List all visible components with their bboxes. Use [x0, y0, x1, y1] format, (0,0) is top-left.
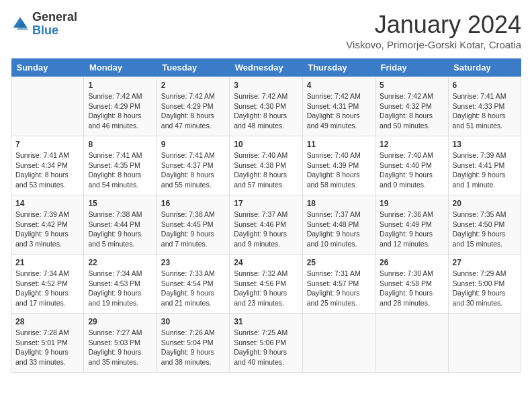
- day-info: Sunrise: 7:42 AMSunset: 4:32 PMDaylight:…: [380, 91, 443, 131]
- calendar-cell: 5Sunrise: 7:42 AMSunset: 4:32 PMDaylight…: [375, 77, 448, 136]
- day-number: 26: [380, 258, 443, 267]
- day-number: 25: [307, 258, 371, 267]
- day-number: 18: [307, 199, 371, 208]
- day-number: 12: [380, 140, 443, 149]
- day-number: 3: [234, 81, 298, 90]
- calendar-week-row: 1Sunrise: 7:42 AMSunset: 4:29 PMDaylight…: [11, 77, 521, 136]
- calendar-cell: 13Sunrise: 7:39 AMSunset: 4:41 PMDayligh…: [448, 136, 521, 195]
- day-info: Sunrise: 7:42 AMSunset: 4:29 PMDaylight:…: [88, 91, 152, 131]
- weekday-header-cell: Thursday: [302, 58, 375, 77]
- day-info: Sunrise: 7:25 AMSunset: 5:06 PMDaylight:…: [234, 328, 298, 367]
- day-info: Sunrise: 7:29 AMSunset: 5:00 PMDaylight:…: [453, 269, 517, 308]
- day-info: Sunrise: 7:32 AMSunset: 4:56 PMDaylight:…: [234, 269, 298, 308]
- day-number: 21: [15, 258, 79, 267]
- day-number: 17: [234, 199, 298, 208]
- calendar-cell: 4Sunrise: 7:42 AMSunset: 4:31 PMDaylight…: [302, 77, 375, 136]
- day-number: 4: [307, 81, 371, 90]
- calendar-cell: 2Sunrise: 7:42 AMSunset: 4:29 PMDaylight…: [157, 77, 229, 136]
- day-info: Sunrise: 7:30 AMSunset: 4:58 PMDaylight:…: [380, 269, 443, 308]
- day-info: Sunrise: 7:40 AMSunset: 4:39 PMDaylight:…: [307, 150, 371, 190]
- month-title: January 2024: [346, 11, 521, 39]
- day-info: Sunrise: 7:39 AMSunset: 4:42 PMDaylight:…: [15, 210, 79, 249]
- calendar-week-row: 7Sunrise: 7:41 AMSunset: 4:34 PMDaylight…: [11, 136, 521, 195]
- calendar-cell: 31Sunrise: 7:25 AMSunset: 5:06 PMDayligh…: [230, 314, 302, 373]
- day-number: 6: [453, 81, 517, 90]
- day-info: Sunrise: 7:37 AMSunset: 4:48 PMDaylight:…: [307, 210, 371, 249]
- day-info: Sunrise: 7:31 AMSunset: 4:57 PMDaylight:…: [307, 269, 371, 308]
- calendar-cell: 22Sunrise: 7:34 AMSunset: 4:53 PMDayligh…: [84, 255, 157, 314]
- day-info: Sunrise: 7:36 AMSunset: 4:49 PMDaylight:…: [380, 210, 443, 249]
- logo: General Blue: [11, 11, 77, 38]
- weekday-header-cell: Tuesday: [157, 58, 229, 77]
- calendar-week-row: 14Sunrise: 7:39 AMSunset: 4:42 PMDayligh…: [11, 195, 521, 255]
- calendar-cell: [11, 77, 84, 136]
- day-info: Sunrise: 7:40 AMSunset: 4:38 PMDaylight:…: [234, 150, 298, 190]
- day-number: 5: [380, 81, 443, 90]
- day-info: Sunrise: 7:41 AMSunset: 4:35 PMDaylight:…: [88, 150, 152, 190]
- day-info: Sunrise: 7:41 AMSunset: 4:34 PMDaylight:…: [15, 150, 79, 190]
- calendar-cell: 19Sunrise: 7:36 AMSunset: 4:49 PMDayligh…: [375, 195, 448, 255]
- day-number: 28: [15, 317, 79, 326]
- calendar-cell: 25Sunrise: 7:31 AMSunset: 4:57 PMDayligh…: [302, 255, 375, 314]
- day-number: 30: [161, 317, 225, 326]
- day-info: Sunrise: 7:38 AMSunset: 4:44 PMDaylight:…: [88, 210, 152, 249]
- calendar-cell: 20Sunrise: 7:35 AMSunset: 4:50 PMDayligh…: [448, 195, 521, 255]
- calendar-cell: 7Sunrise: 7:41 AMSunset: 4:34 PMDaylight…: [11, 136, 84, 195]
- weekday-header-cell: Saturday: [448, 58, 521, 77]
- day-info: Sunrise: 7:33 AMSunset: 4:54 PMDaylight:…: [161, 269, 225, 308]
- weekday-header-cell: Monday: [84, 58, 157, 77]
- calendar-cell: 1Sunrise: 7:42 AMSunset: 4:29 PMDaylight…: [84, 77, 157, 136]
- day-number: 22: [88, 258, 152, 267]
- day-info: Sunrise: 7:42 AMSunset: 4:30 PMDaylight:…: [234, 91, 298, 131]
- day-number: 23: [161, 258, 225, 267]
- day-number: 11: [307, 140, 371, 149]
- location: Viskovo, Primorje-Gorski Kotar, Croatia: [346, 39, 521, 50]
- calendar-cell: 16Sunrise: 7:38 AMSunset: 4:45 PMDayligh…: [157, 195, 229, 255]
- calendar-cell: 12Sunrise: 7:40 AMSunset: 4:40 PMDayligh…: [375, 136, 448, 195]
- day-info: Sunrise: 7:27 AMSunset: 5:03 PMDaylight:…: [88, 328, 152, 367]
- calendar-table: SundayMondayTuesdayWednesdayThursdayFrid…: [11, 58, 521, 373]
- weekday-header-cell: Friday: [375, 58, 448, 77]
- day-number: 13: [453, 140, 517, 149]
- day-number: 24: [234, 258, 298, 267]
- day-number: 20: [453, 199, 517, 208]
- day-info: Sunrise: 7:41 AMSunset: 4:37 PMDaylight:…: [161, 150, 225, 190]
- calendar-cell: 18Sunrise: 7:37 AMSunset: 4:48 PMDayligh…: [302, 195, 375, 255]
- day-info: Sunrise: 7:35 AMSunset: 4:50 PMDaylight:…: [453, 210, 517, 249]
- calendar-cell: 9Sunrise: 7:41 AMSunset: 4:37 PMDaylight…: [157, 136, 229, 195]
- day-number: 10: [234, 140, 298, 149]
- day-number: 31: [234, 317, 298, 326]
- day-number: 19: [380, 199, 443, 208]
- calendar-cell: 10Sunrise: 7:40 AMSunset: 4:38 PMDayligh…: [230, 136, 302, 195]
- weekday-header-row: SundayMondayTuesdayWednesdayThursdayFrid…: [11, 58, 521, 77]
- day-number: 1: [88, 81, 152, 90]
- day-number: 7: [15, 140, 79, 149]
- calendar-cell: 28Sunrise: 7:28 AMSunset: 5:01 PMDayligh…: [11, 314, 84, 373]
- day-info: Sunrise: 7:41 AMSunset: 4:33 PMDaylight:…: [453, 91, 517, 131]
- day-info: Sunrise: 7:38 AMSunset: 4:45 PMDaylight:…: [161, 210, 225, 249]
- calendar-cell: 8Sunrise: 7:41 AMSunset: 4:35 PMDaylight…: [84, 136, 157, 195]
- day-info: Sunrise: 7:39 AMSunset: 4:41 PMDaylight:…: [453, 150, 517, 190]
- day-info: Sunrise: 7:34 AMSunset: 4:52 PMDaylight:…: [15, 269, 79, 308]
- day-number: 9: [161, 140, 225, 149]
- weekday-header-cell: Sunday: [11, 58, 84, 77]
- page-header: General Blue January 2024 Viskovo, Primo…: [11, 11, 521, 50]
- day-number: 8: [88, 140, 152, 149]
- calendar-cell: [302, 314, 375, 373]
- day-info: Sunrise: 7:34 AMSunset: 4:53 PMDaylight:…: [88, 269, 152, 308]
- weekday-header-cell: Wednesday: [230, 58, 302, 77]
- logo-icon: [11, 15, 30, 34]
- calendar-cell: 30Sunrise: 7:26 AMSunset: 5:04 PMDayligh…: [157, 314, 229, 373]
- calendar-cell: 27Sunrise: 7:29 AMSunset: 5:00 PMDayligh…: [448, 255, 521, 314]
- calendar-cell: [448, 314, 521, 373]
- calendar-cell: 6Sunrise: 7:41 AMSunset: 4:33 PMDaylight…: [448, 77, 521, 136]
- day-number: 16: [161, 199, 225, 208]
- day-info: Sunrise: 7:40 AMSunset: 4:40 PMDaylight:…: [380, 150, 443, 190]
- calendar-cell: 24Sunrise: 7:32 AMSunset: 4:56 PMDayligh…: [230, 255, 302, 314]
- calendar-cell: 14Sunrise: 7:39 AMSunset: 4:42 PMDayligh…: [11, 195, 84, 255]
- day-number: 15: [88, 199, 152, 208]
- calendar-body: 1Sunrise: 7:42 AMSunset: 4:29 PMDaylight…: [11, 77, 521, 373]
- day-number: 27: [453, 258, 517, 267]
- day-info: Sunrise: 7:28 AMSunset: 5:01 PMDaylight:…: [15, 328, 79, 367]
- calendar-cell: 23Sunrise: 7:33 AMSunset: 4:54 PMDayligh…: [157, 255, 229, 314]
